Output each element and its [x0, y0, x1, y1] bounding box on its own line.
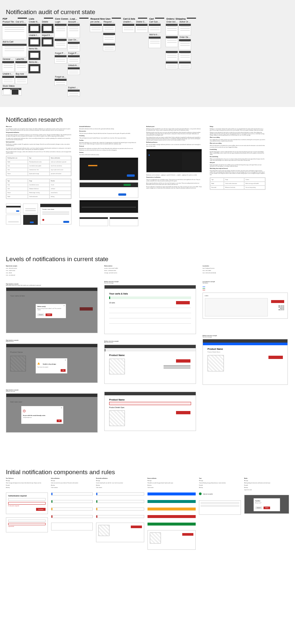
high-ex-2: High attention example Expired licence P…: [6, 340, 98, 383]
med-head: Medium attention success - items moved /…: [104, 265, 196, 275]
screenshot-thumb[interactable]: [166, 36, 178, 47]
comp-col-dismissible: Dismissible notifications MessageCan be …: [96, 478, 144, 550]
screenshot-thumb[interactable]: [15, 61, 28, 72]
levels-title: Levels of notifications in current state: [6, 250, 289, 263]
audit-section: Notification audit of current state PDPP…: [0, 0, 295, 107]
screenshot-thumb[interactable]: [54, 39, 67, 48]
audit-title: Notification audit of current state: [0, 3, 295, 16]
screenshot-thumb[interactable]: [166, 51, 178, 61]
continue-button[interactable]: Continue: [36, 508, 45, 511]
screenshot-thumb[interactable]: [103, 43, 115, 51]
header-mock: [79, 182, 138, 198]
error-icon: [23, 410, 26, 412]
components-grid: Text / field errors MessageShort message…: [6, 478, 289, 550]
screenshot-thumb[interactable]: [135, 24, 148, 33]
dialog-table: TypeUsageContext ModalCritical confirm, …: [210, 177, 266, 190]
screenshot-thumb[interactable]: [28, 37, 41, 47]
high-ex-3: High attention example Request new user …: [6, 389, 98, 433]
research-col-2: Actionable Notifications Actionable noti…: [79, 126, 138, 226]
screenshot-thumb[interactable]: [68, 24, 80, 38]
audit-column: CartCart Submitt...Add to back...: [148, 18, 165, 97]
usage-table: TypeUsageDurationToastLow-attention succ…: [6, 179, 71, 199]
audit-column: PDPProduct Tile - Out of STockAdd to Car…: [2, 18, 28, 97]
levels-grid: High attention examples error - destruct…: [6, 265, 289, 433]
screenshot-thumb[interactable]: [2, 61, 14, 72]
comp-col-text-errors: Text / field errors MessageShort message…: [6, 478, 48, 550]
screenshot-thumb[interactable]: [179, 24, 191, 35]
comp-col-banner: Banner notification MessageFull-width, s…: [148, 478, 196, 550]
cancel-button[interactable]: Cancel: [255, 507, 262, 509]
confirm-button[interactable]: Delete: [264, 507, 270, 509]
screenshot-thumb[interactable]: [2, 24, 27, 40]
research-col-1: When to use Use notifications to inform …: [6, 126, 71, 226]
warning-icon: [37, 362, 40, 365]
ok-button[interactable]: OK: [61, 369, 66, 372]
panel-dark-mock: [146, 149, 202, 172]
low-head: Low attention toast - background success…: [203, 265, 288, 275]
research-grid: When to use Use notifications to inform …: [6, 126, 289, 226]
screenshot-thumb[interactable]: [166, 61, 178, 69]
med-ex-2: Medium attention example Buy now success…: [104, 341, 196, 384]
success-icon: [199, 492, 202, 495]
audit-column: Cart & listsUnable to loadDelete Succ...: [122, 18, 148, 97]
screenshot-thumb[interactable]: [179, 61, 191, 69]
screenshot-thumb[interactable]: [68, 42, 80, 51]
screenshot-thumb[interactable]: [90, 24, 102, 32]
screenshot-thumb[interactable]: [179, 39, 191, 50]
screenshot-thumb[interactable]: [103, 24, 115, 32]
research-text-2: Actionable Notifications Actionable noti…: [79, 126, 138, 155]
screenshot-thumb[interactable]: [54, 55, 67, 63]
audit-column: ListsCreate New...DeleteUnable to Lo...I…: [28, 18, 54, 97]
research-text-1: When to use Use notifications to inform …: [6, 126, 71, 154]
screenshot-thumb[interactable]: [28, 64, 41, 74]
close-icon[interactable]: ×: [61, 407, 62, 408]
low-ex-1: Low attention example Sort/status ▬▬ ▬▬ …: [203, 281, 288, 319]
screenshot-thumb[interactable]: [54, 24, 67, 38]
close-icon[interactable]: ×: [64, 305, 65, 306]
components-section: Initial notification components and rule…: [0, 459, 295, 569]
screenshot-thumb[interactable]: [68, 67, 80, 75]
research-col-3: Notification panel Notification panels a…: [146, 126, 202, 226]
screenshot-thumb[interactable]: [2, 44, 27, 57]
research-title: Notification research: [6, 111, 289, 123]
row-mocks: [79, 215, 138, 226]
audit-column: Orders / ShippingOrder ActivityActive Or…: [166, 18, 197, 97]
screenshot-thumb[interactable]: [68, 89, 80, 97]
med-ex-3: Product Name Product Details Spec: [104, 390, 196, 431]
screenshot-thumb[interactable]: [28, 24, 41, 33]
audit-columns: PDPProduct Tile - Out of STockAdd to Car…: [0, 18, 295, 97]
research-section: Notification research When to use Use no…: [0, 107, 295, 246]
screenshot-thumb[interactable]: [122, 24, 135, 33]
screenshot-thumb[interactable]: [179, 51, 191, 61]
close-icon[interactable]: ×: [65, 359, 66, 361]
low-ex-2: Medium attention example Success message…: [203, 335, 288, 385]
screenshot-thumb[interactable]: [41, 24, 54, 33]
toolbar-mock: [79, 200, 138, 213]
screenshot-thumb[interactable]: [28, 50, 41, 60]
delete-button[interactable]: Delete: [46, 313, 52, 316]
screenshot-thumb[interactable]: [2, 76, 14, 84]
create-cluster-mock: Create a new cluster: [40, 204, 71, 224]
comp-col-inline: Inline notifications MessageInline sits …: [51, 478, 93, 550]
thumb: [23, 202, 38, 224]
cancel-button[interactable]: Cancel: [37, 313, 44, 316]
screenshot-thumb[interactable]: [148, 36, 161, 48]
research-text-4: Dialogs A dialog is a "conversation" bet…: [210, 126, 266, 175]
screenshot-thumb[interactable]: [148, 24, 161, 33]
screenshot-thumb[interactable]: [103, 33, 115, 43]
high-ex-1: High attention example potentially destr…: [6, 283, 98, 333]
high-head: High attention examples error - destruct…: [6, 265, 98, 277]
research-thumb-row: Create a new cluster: [6, 202, 71, 224]
screenshot-thumb[interactable]: [166, 24, 178, 35]
levels-col-high: High attention examples error - destruct…: [6, 265, 98, 433]
comp-col-toast: Toast MessageTransient floating message.…: [199, 478, 241, 550]
screenshot-thumb[interactable]: [2, 88, 22, 96]
screenshot-thumb[interactable]: [54, 79, 67, 86]
screenshot-thumb[interactable]: [41, 37, 54, 47]
research-text-3b: Notifications can be contextual — applyi…: [146, 174, 202, 189]
screenshot-thumb[interactable]: [15, 76, 28, 84]
screenshot-thumb[interactable]: [68, 55, 80, 63]
thumb: [6, 202, 21, 224]
ok-button[interactable]: OK: [57, 420, 62, 422]
components-title: Initial notification components and rule…: [6, 463, 289, 476]
